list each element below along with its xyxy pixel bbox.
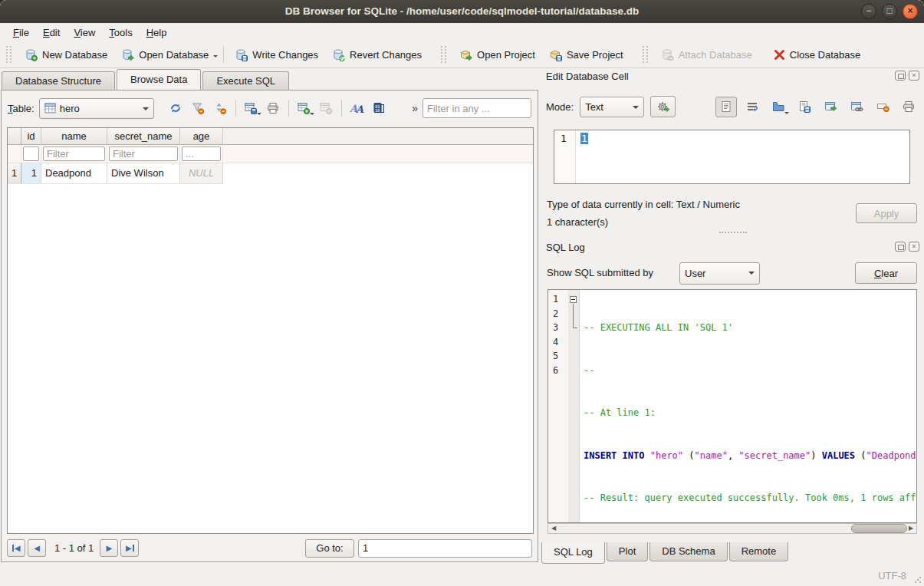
import-cell-button[interactable] xyxy=(768,97,789,117)
attach-database-button[interactable]: Attach Database xyxy=(654,45,759,64)
maximize-button[interactable]: □ xyxy=(882,4,897,19)
toolbar-grip[interactable] xyxy=(6,46,12,63)
binary-view-button[interactable]: 0110 xyxy=(368,98,390,118)
close-database-button[interactable]: Close Database xyxy=(767,46,868,64)
float-dock-icon[interactable] xyxy=(895,71,906,81)
tab-sql-log[interactable]: SQL Log xyxy=(541,542,605,564)
previous-page-button[interactable]: ◀ xyxy=(28,539,46,557)
log-line-numbers: 1 2 3 4 5 6 xyxy=(548,290,568,522)
delete-record-button[interactable] xyxy=(315,98,337,118)
sql-log-editor[interactable]: 1 2 3 4 5 6 -- EXECUTING ALL IN 'SQL 1' … xyxy=(547,289,917,523)
cell-type-info: Type of data currently in cell: Text / N… xyxy=(547,199,740,210)
cell-secret-name[interactable]: Dive Wilson xyxy=(107,163,180,184)
chevron-down-icon xyxy=(633,106,639,112)
table-select[interactable]: hero xyxy=(39,98,154,119)
resize-grip[interactable] xyxy=(914,576,922,584)
write-changes-button[interactable]: Write Changes xyxy=(228,45,325,64)
menu-file[interactable]: File xyxy=(6,25,36,41)
save-table-button[interactable] xyxy=(240,98,262,118)
menu-help[interactable]: Help xyxy=(140,25,174,41)
scrollbar-thumb[interactable] xyxy=(851,524,907,533)
column-header-name[interactable]: name xyxy=(41,128,107,145)
tab-database-structure[interactable]: Database Structure xyxy=(2,71,115,90)
filter-id-input[interactable] xyxy=(23,146,39,161)
dock-splitter-handle[interactable] xyxy=(719,232,747,235)
close-button[interactable]: × xyxy=(903,4,918,19)
menubar: File Edit View Tools Help xyxy=(0,23,924,41)
open-in-app-button[interactable] xyxy=(820,97,841,117)
toolbar-grip[interactable] xyxy=(643,46,648,63)
float-dock-icon[interactable] xyxy=(895,242,906,252)
filter-name-input[interactable] xyxy=(43,146,105,161)
grid-corner[interactable] xyxy=(8,128,21,145)
column-header-age[interactable]: age xyxy=(180,128,223,145)
scroll-left-icon[interactable]: ◀ xyxy=(548,524,559,533)
fold-margin xyxy=(568,290,580,522)
toolbar-overflow-chevron[interactable]: » xyxy=(407,102,423,114)
last-page-button[interactable]: ▶ xyxy=(120,539,139,557)
tab-browse-data[interactable]: Browse Data xyxy=(117,69,201,90)
minimize-button[interactable]: − xyxy=(861,4,876,19)
log-horizontal-scrollbar[interactable]: ◀ ▶ xyxy=(547,523,917,534)
tab-plot[interactable]: Plot xyxy=(607,542,648,561)
word-wrap-button[interactable] xyxy=(742,97,763,117)
filter-secret-name-input[interactable] xyxy=(109,146,178,161)
log-line: -- Result: query executed successfully. … xyxy=(584,491,916,505)
goto-button[interactable]: Go to: xyxy=(305,539,354,558)
print-cell-button[interactable] xyxy=(898,97,919,117)
cell-name[interactable]: Deadpond xyxy=(41,163,107,184)
svg-text:10: 10 xyxy=(375,108,380,113)
goto-input[interactable] xyxy=(358,539,532,558)
close-dock-icon[interactable]: × xyxy=(909,71,919,81)
print-button[interactable] xyxy=(262,98,284,118)
copy-link-button[interactable] xyxy=(846,97,867,117)
editor-line-number: 1 xyxy=(554,130,576,183)
set-null-button[interactable] xyxy=(872,97,893,117)
next-page-button[interactable]: ▶ xyxy=(100,539,118,557)
scroll-right-icon[interactable]: ▶ xyxy=(906,524,916,533)
refresh-button[interactable] xyxy=(165,98,187,118)
tab-db-schema[interactable]: DB Schema xyxy=(649,542,727,561)
clear-sorting-button[interactable] xyxy=(209,98,232,118)
mode-select[interactable]: Text xyxy=(580,97,644,117)
cell-value-editor[interactable]: 1 1 xyxy=(554,130,910,184)
cell-id[interactable]: 1 xyxy=(21,163,41,184)
clear-log-button[interactable]: Clear xyxy=(855,262,917,284)
main-tab-bar: Database Structure Browse Data Execute S… xyxy=(2,71,291,90)
close-dock-icon[interactable]: × xyxy=(909,242,919,252)
text-mode-button[interactable] xyxy=(715,97,737,117)
tab-execute-sql[interactable]: Execute SQL xyxy=(202,71,289,90)
menu-view[interactable]: View xyxy=(67,25,102,41)
auto-apply-button[interactable] xyxy=(650,96,676,117)
save-project-button[interactable]: Save Project xyxy=(542,45,630,64)
column-header-id[interactable]: id xyxy=(21,128,41,145)
apply-button[interactable]: Apply xyxy=(856,203,917,223)
menu-tools[interactable]: Tools xyxy=(102,25,139,41)
open-project-button[interactable]: Open Project xyxy=(452,45,542,64)
filter-age-input[interactable] xyxy=(182,146,221,161)
sql-log-dock-title: SQL Log xyxy=(546,242,585,253)
insert-record-button[interactable] xyxy=(293,98,315,118)
clear-filters-button[interactable] xyxy=(187,98,209,118)
fold-collapse-icon[interactable] xyxy=(570,296,577,303)
log-line: -- xyxy=(584,364,916,378)
open-database-button[interactable]: Open Database xyxy=(114,45,215,64)
first-page-button[interactable]: ◀ xyxy=(7,539,25,557)
toolbar-separator xyxy=(235,100,236,117)
row-number[interactable]: 1 xyxy=(8,163,21,184)
tab-remote[interactable]: Remote xyxy=(729,542,789,561)
cell-age[interactable]: NULL xyxy=(180,163,223,184)
filter-any-column-input[interactable] xyxy=(423,98,531,118)
log-content: -- EXECUTING ALL IN 'SQL 1' -- -- At lin… xyxy=(580,290,916,522)
open-database-dropdown-caret[interactable] xyxy=(213,55,218,60)
toolbar-grip[interactable] xyxy=(441,46,446,63)
font-settings-button[interactable]: AA xyxy=(346,98,368,118)
show-sql-select[interactable]: User xyxy=(679,262,760,285)
new-database-icon xyxy=(25,48,38,61)
revert-changes-button[interactable]: Revert Changes xyxy=(325,45,429,64)
app-window: DB Browser for SQLite - /home/user/code/… xyxy=(0,0,924,586)
column-header-secret-name[interactable]: secret_name xyxy=(107,128,180,145)
export-cell-button[interactable] xyxy=(794,97,815,117)
menu-edit[interactable]: Edit xyxy=(36,25,67,41)
new-database-button[interactable]: New Database xyxy=(18,45,114,64)
